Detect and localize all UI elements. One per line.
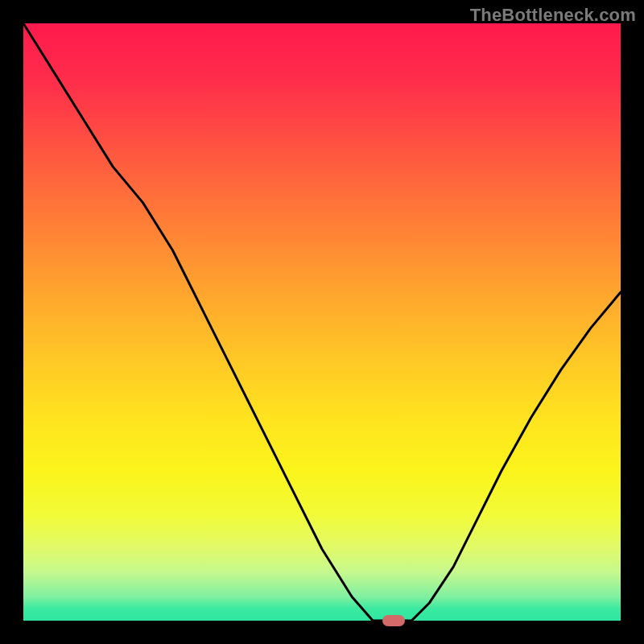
plot-area [23,23,621,621]
optimum-marker [382,615,405,626]
bottleneck-curve [23,23,621,621]
chart-container: TheBottleneck.com [0,0,644,644]
